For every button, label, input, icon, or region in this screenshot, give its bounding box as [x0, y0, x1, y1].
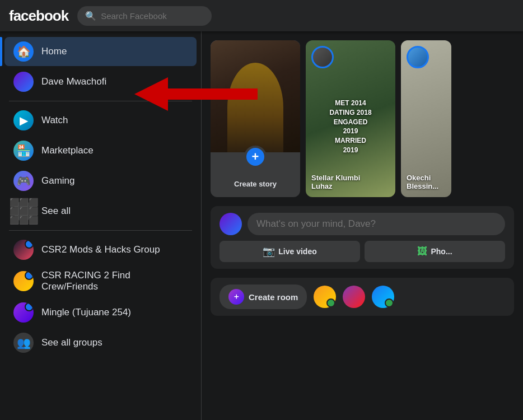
story-stellar-name: Stellar KlumbiLuhaz [311, 174, 390, 190]
sidebar-item-marketplace-label: Marketplace [41, 145, 94, 156]
create-room-label: Create room [249, 292, 298, 302]
sidebar-item-seeall-label: See all [41, 206, 71, 217]
person-silhouette [211, 40, 300, 152]
room-icon: ＋ [228, 289, 244, 305]
live-video-label: Live video [278, 247, 316, 256]
create-story-plus-btn[interactable]: + [244, 146, 267, 168]
create-story-label: Create story [211, 180, 300, 188]
csr2-avatar [13, 240, 34, 260]
mingle-avatar [13, 302, 34, 323]
story-okechi-avatar [407, 46, 429, 68]
home-icon: 🏠 [13, 41, 34, 62]
sidebar-item-home[interactable]: 🏠 Home [4, 37, 197, 66]
create-room-section: ＋ Create room [211, 278, 514, 316]
post-composer: 📷 Live video 🖼 Pho... [211, 206, 514, 269]
create-room-button[interactable]: ＋ Create room [220, 284, 307, 309]
create-story-card[interactable]: + Create story [211, 40, 300, 197]
sidebar-item-csr2-label: CSR2 Mods & Hacks Group [41, 244, 160, 255]
sidebar-item-gaming-label: Gaming [41, 175, 75, 186]
friend-avatar-1 [314, 286, 336, 308]
composer-top [220, 213, 505, 235]
photo-label: Pho... [431, 247, 452, 256]
watch-icon: ▶ [13, 110, 34, 130]
friend-avatar-2 [343, 286, 365, 308]
search-input[interactable] [101, 11, 204, 21]
story-okechi-name: OkechiBlessin... [407, 174, 446, 190]
gaming-icon: 🎮 [13, 171, 34, 191]
marketplace-icon: 🏪 [13, 141, 34, 161]
sidebar-item-watch-label: Watch [41, 115, 68, 126]
seegroups-icon: 👥 [13, 333, 34, 353]
main-content: + Create story MET 2014DATING 2018ENGAGE… [202, 31, 523, 420]
sidebar-item-seegroups-label: See all groups [41, 337, 102, 348]
top-header: facebook 🔍 [0, 0, 523, 31]
photo-icon: 🖼 [417, 246, 427, 258]
facebook-logo: facebook [9, 7, 68, 25]
sidebar-item-seegroups[interactable]: 👥 See all groups [4, 328, 197, 357]
story-stellar-text: MET 2014DATING 2018ENGAGED 2019MARRIED 2… [328, 99, 373, 155]
sidebar-item-home-label: Home [41, 46, 67, 57]
csrrace-avatar [13, 271, 34, 291]
seeall-icon: ⬛⬛⬛⬛⬛⬛⬛⬛⬛ [13, 201, 34, 221]
sidebar: 🏠 Home Dave Mwachofi ▶ Watch 🏪 Marketpla… [0, 31, 202, 420]
stories-row: + Create story MET 2014DATING 2018ENGAGE… [211, 40, 514, 197]
search-bar[interactable]: 🔍 [77, 6, 212, 26]
composer-avatar [220, 213, 242, 235]
sidebar-item-marketplace[interactable]: 🏪 Marketplace [4, 136, 197, 165]
composer-actions: 📷 Live video 🖼 Pho... [220, 241, 505, 262]
sidebar-item-gaming[interactable]: 🎮 Gaming [4, 166, 197, 195]
live-icon: 📷 [263, 245, 275, 258]
sidebar-item-seeall[interactable]: ⬛⬛⬛⬛⬛⬛⬛⬛⬛ See all [4, 197, 197, 226]
sidebar-item-csrrace[interactable]: CSR RACING 2 Find Crew/Friends [4, 265, 197, 297]
sidebar-item-csrrace-label: CSR RACING 2 Find Crew/Friends [41, 270, 188, 292]
search-icon: 🔍 [85, 11, 96, 21]
sidebar-item-watch[interactable]: ▶ Watch [4, 106, 197, 135]
sidebar-divider-2 [9, 230, 192, 231]
create-story-photo [211, 40, 300, 152]
sidebar-item-mingle[interactable]: Mingle (Tujuane 254) [4, 298, 197, 327]
sidebar-item-csr2[interactable]: CSR2 Mods & Hacks Group [4, 235, 197, 264]
story-stellar-avatar [311, 46, 334, 68]
story-okechi[interactable]: OkechiBlessin... [401, 40, 451, 197]
sidebar-item-dave-label: Dave Mwachofi [41, 76, 106, 87]
main-layout: 🏠 Home Dave Mwachofi ▶ Watch 🏪 Marketpla… [0, 31, 523, 420]
sidebar-divider-1 [9, 101, 192, 101]
composer-input[interactable] [248, 213, 505, 235]
story-stellar[interactable]: MET 2014DATING 2018ENGAGED 2019MARRIED 2… [306, 40, 395, 197]
live-video-button[interactable]: 📷 Live video [220, 241, 360, 262]
sidebar-item-dave[interactable]: Dave Mwachofi [4, 67, 197, 96]
dave-avatar [13, 72, 34, 92]
friend-avatar-3 [372, 286, 394, 308]
photo-button[interactable]: 🖼 Pho... [365, 241, 505, 262]
sidebar-item-mingle-label: Mingle (Tujuane 254) [41, 307, 131, 318]
